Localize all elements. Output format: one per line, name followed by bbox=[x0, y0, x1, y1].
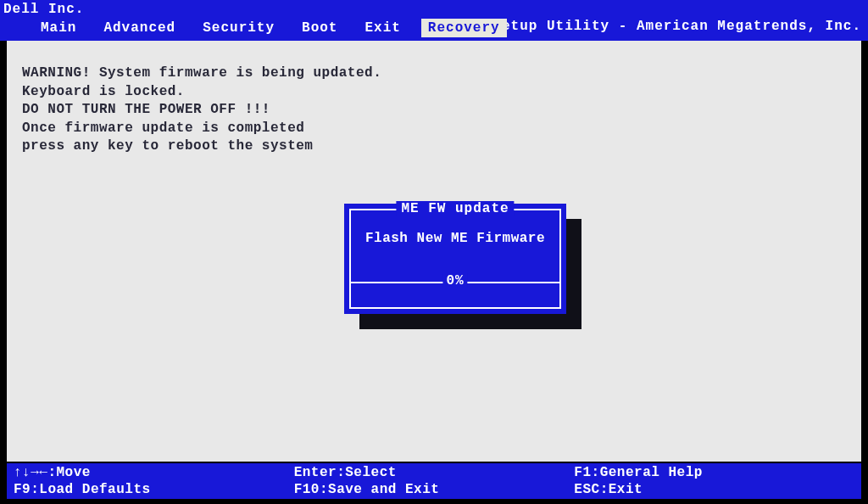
tab-advanced[interactable]: Advanced bbox=[97, 19, 182, 37]
hint-load-defaults: F9:Load Defaults bbox=[14, 482, 294, 497]
dialog-inner: ME FW update Flash New ME Firmware 0% bbox=[349, 209, 561, 309]
warning-text: WARNING! System firmware is being update… bbox=[22, 64, 846, 156]
dialog-action-label: Flash New ME Firmware bbox=[351, 231, 559, 246]
bios-screen: Dell Inc. Aptio Setup Utility - American… bbox=[0, 0, 868, 504]
dialog-title: ME FW update bbox=[396, 201, 514, 216]
tab-security[interactable]: Security bbox=[196, 19, 281, 37]
hint-help: F1:General Help bbox=[574, 465, 854, 480]
menu-tabs: Main Advanced Security Boot Exit Recover… bbox=[34, 19, 507, 37]
update-dialog: ME FW update Flash New ME Firmware 0% bbox=[344, 204, 566, 314]
header-bar: Dell Inc. Aptio Setup Utility - American… bbox=[0, 0, 868, 41]
tab-exit[interactable]: Exit bbox=[358, 19, 407, 37]
footer-col-3: F1:General Help ESC:Exit bbox=[574, 465, 854, 497]
tab-boot[interactable]: Boot bbox=[295, 19, 344, 37]
hint-esc-exit: ESC:Exit bbox=[574, 482, 854, 497]
hint-select: Enter:Select bbox=[294, 465, 575, 480]
progress-value: 0% bbox=[442, 273, 467, 288]
hint-move: ↑↓→←:Move bbox=[14, 465, 294, 480]
footer-bar: ↑↓→←:Move F9:Load Defaults Enter:Select … bbox=[7, 463, 861, 499]
tab-recovery[interactable]: Recovery bbox=[421, 19, 507, 37]
tab-main[interactable]: Main bbox=[34, 19, 83, 37]
vendor-label: Dell Inc. bbox=[3, 2, 84, 17]
footer-col-1: ↑↓→←:Move F9:Load Defaults bbox=[14, 465, 294, 497]
content-panel: WARNING! System firmware is being update… bbox=[7, 41, 861, 462]
hint-save-exit: F10:Save and Exit bbox=[294, 482, 575, 497]
footer-col-2: Enter:Select F10:Save and Exit bbox=[294, 465, 575, 497]
dialog-box: ME FW update Flash New ME Firmware 0% bbox=[344, 204, 566, 314]
